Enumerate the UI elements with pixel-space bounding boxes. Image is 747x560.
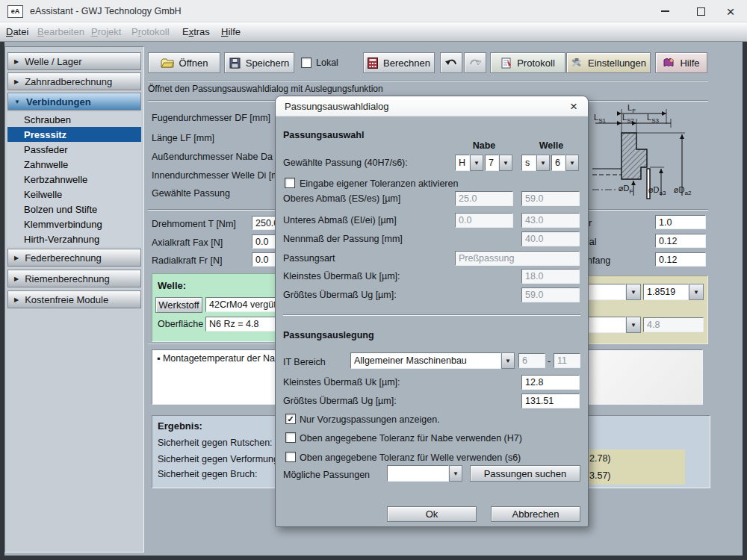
sidebar-item-bolzen-stifte[interactable]: Bolzen und Stifte [7,202,141,217]
ok-button[interactable]: Ok [387,506,477,522]
passungsauslegung-heading: Passungsauslegung [283,330,374,340]
right-field-label-1: r [589,218,592,228]
gewaehlte-passung-dialog-label: Gewählte Passung (40H7/s6): [283,158,408,168]
right-field-3[interactable]: 0.12 [655,252,706,267]
protokoll-button[interactable]: Protokoll [490,52,565,73]
triangle-expanded-icon: ▼ [14,99,20,105]
uebermass-uk-field: 18.0 [521,269,580,284]
cancel-button[interactable]: Abbrechen [491,506,580,522]
sidebar-item-zahnwelle[interactable]: Zahnwelle [7,157,141,172]
sidebar-item-kerbzahnwelle[interactable]: Kerbzahnwelle [7,172,141,187]
window-title: eAssistant - GWJ Technology GmbH [30,6,182,16]
sidebar-section-verbindungen[interactable]: ▼Verbindungen [7,93,141,111]
drehmoment-label: Drehmoment T [Nm] [152,219,236,229]
moegliche-passungen-combo-value[interactable] [387,465,449,482]
save-button[interactable]: Speichern [224,52,294,73]
help-button[interactable]: Hilfe [655,52,707,73]
it-dash: - [548,356,551,367]
nennmass-label: Nennmaß der Passung [mm] [283,234,403,244]
laenge-label: Länge LF [mm] [152,133,214,143]
lokal-checkbox[interactable] [301,57,311,68]
eigene-toleranzen-checkbox[interactable] [285,178,295,188]
minimize-button[interactable] [648,0,681,22]
sidebar-item-schrauben[interactable]: Schrauben [7,112,141,127]
oberes-abmass-nabe-field: 25.0 [455,191,513,206]
nabe-combo2-value[interactable]: 1.8519 [643,284,689,300]
close-icon: × [570,99,577,114]
vorzugspassungen-checkbox[interactable]: ✓ [285,414,296,424]
maximize-icon [697,7,705,16]
right-field-1[interactable]: 1.0 [655,215,706,229]
dropdown-arrow-icon: ▼ [693,289,699,296]
it-from-field: 6 [518,353,545,368]
nabe-column-header: Nabe [462,140,506,151]
sidebar-section-kostenfreie-module[interactable]: ▶Kostenfreie Module [7,290,141,308]
werkstoff-button[interactable]: Werkstoff [155,297,202,313]
dim-da3-label: ⌀D [648,185,660,194]
undo-button[interactable] [440,52,462,73]
menu-hilfe[interactable]: Hilfe [221,26,241,37]
right-field-2[interactable]: 0.12 [655,234,706,248]
calculate-button[interactable]: Berechnen [363,52,435,73]
settings-button[interactable]: Einstellungen [566,52,651,73]
sidebar-item-hirth-verzahnung[interactable]: Hirth-Verzahnung [7,231,141,246]
dropdown-arrow-icon: ▼ [569,160,575,167]
note-text: Montagetemperatur der Nab [163,353,280,364]
ug2-field[interactable]: 131.51 [521,393,580,408]
toleranz-welle-label: Oben angegebene Toleranz für Welle verwe… [300,452,521,463]
menu-datei[interactable]: Datei [6,26,28,37]
toleranz-welle-checkbox[interactable] [285,452,296,462]
minimize-icon [661,10,669,12]
uk2-field[interactable]: 12.8 [521,375,580,390]
sidebar-section-zahnradberechnung[interactable]: ▶Zahnradberechnung [7,72,141,90]
radialkraft-label: Radialkraft Fr [N] [152,255,222,266]
sidebar-item-keilwelle[interactable]: Keilwelle [7,187,141,202]
it-bereich-combo-value[interactable]: Allgemeiner Maschinenbau [350,352,501,369]
app-icon: eA [7,5,23,18]
welle-grade-combo-arrow[interactable]: ▼ [565,155,579,171]
it-bereich-combo-arrow[interactable]: ▼ [501,352,515,369]
nabe-combo1-arrow[interactable]: ▼ [626,284,641,300]
welle-letter-combo-value[interactable]: s [521,155,536,171]
oberes-abmass-label: Oberes Abmaß (ES/es) [µm] [283,193,400,204]
nabe-disabled-field: 4.8 [643,317,704,332]
ergebnis-title: Ergebnis: [158,420,202,432]
toleranz-nabe-checkbox[interactable] [285,432,296,443]
nabe-combo3-arrow[interactable]: ▼ [626,317,641,333]
menu-extras[interactable]: Extras [182,26,210,37]
sidebar-item-presssitz[interactable]: Presssitz [7,127,141,142]
sidebar-section-welle-lager[interactable]: ▶Welle / Lager [7,52,141,70]
moegliche-passungen-combo-arrow[interactable]: ▼ [449,465,462,482]
maximize-button[interactable] [684,0,717,22]
dialog-close-button[interactable]: × [565,99,582,115]
help-book-icon [663,57,675,68]
toleranz-nabe-label: Oben angegebene Toleranz für Nabe verwen… [300,433,522,444]
passungen-suchen-button[interactable]: Passungen suchen [470,465,580,482]
triangle-collapsed-icon: ▶ [14,296,19,303]
sidebar-section-riemenberechnung[interactable]: ▶Riemenberechnung [7,270,141,287]
nabe-letter-combo-value[interactable]: H [455,155,470,171]
separator [148,80,708,81]
nabe-grade-combo-value[interactable]: 7 [485,155,499,171]
sidebar-item-klemmverbindung[interactable]: Klemmverbindung [7,217,141,231]
open-button[interactable]: Öffnen [148,52,220,73]
welle-letter-combo-arrow[interactable]: ▼ [536,155,550,171]
menu-protokoll: Protokoll [131,26,170,37]
dropdown-arrow-icon: ▼ [630,289,636,296]
nabe-letter-combo-arrow[interactable]: ▼ [470,155,483,171]
nabe-grade-combo-arrow[interactable]: ▼ [499,155,512,171]
axialkraft-label: Axialkraft Fax [N] [152,237,223,248]
app-window: eA eAssistant - GWJ Technology GmbH × Da… [0,0,747,560]
triangle-collapsed-icon: ▶ [14,58,19,65]
separator [283,314,580,316]
check-icon: ✓ [287,414,294,424]
uk2-label: Kleinstes Übermaß Uk [µm]: [283,377,400,388]
nabe-combo2-arrow[interactable]: ▼ [689,284,704,300]
tools-icon [571,57,583,69]
close-button[interactable]: × [714,0,747,22]
undo-arrow-icon [444,57,458,68]
ergebnis-value-1: 2.78) [589,453,611,464]
welle-grade-combo-value[interactable]: 6 [551,155,565,171]
sidebar-item-passfeder[interactable]: Passfeder [7,142,141,157]
sidebar-section-federberechnung[interactable]: ▶Federberechnung [7,249,141,267]
